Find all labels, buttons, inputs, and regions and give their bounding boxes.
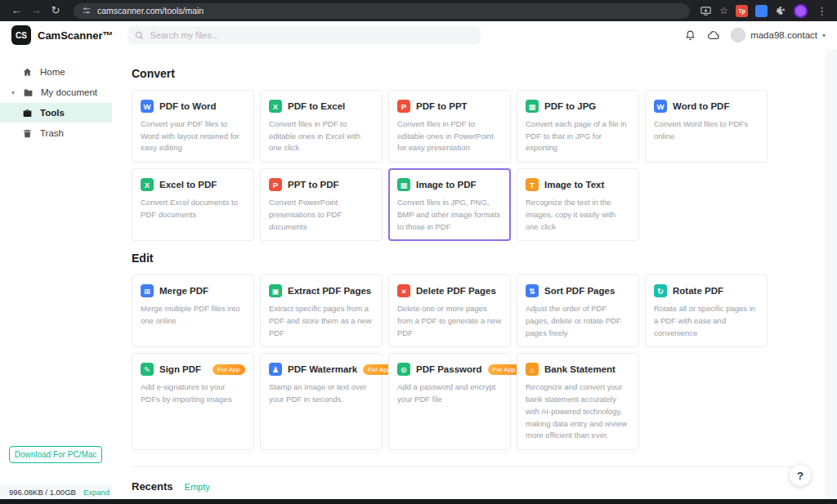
cloud-sync-icon[interactable]: [707, 29, 720, 42]
pdf-password-icon: ⊙: [397, 363, 410, 376]
browser-profile-avatar[interactable]: [794, 4, 808, 18]
app-body: Home ▾ My document Tools Trash: [0, 49, 837, 499]
share-screen-icon[interactable]: [700, 5, 712, 17]
tool-card-ppt-to-pdf[interactable]: PPPT to PDF Convert PowerPoint presentat…: [260, 168, 383, 241]
tool-card-desc: Convert Excel documents to PDF documents: [141, 197, 245, 221]
tools-icon: [22, 108, 33, 118]
pdf-to-ppt-icon: P: [397, 100, 410, 113]
document-icon: [23, 87, 34, 98]
tool-card-desc: Rotate all or specific pages in a PDF wi…: [654, 303, 759, 339]
tool-card-pdf-to-ppt[interactable]: PPDF to PPT Convert files in PDF to edit…: [388, 90, 511, 163]
tool-card-sort-pdf-pages[interactable]: ⇅Sort PDF Pages Adjust the order of PDF …: [517, 274, 639, 347]
extensions-puzzle-icon[interactable]: [775, 5, 786, 16]
tool-card-desc: Recognize and convert your bank statemen…: [526, 381, 630, 442]
tool-card-desc: Stamp an image or text over your PDF in …: [269, 381, 374, 405]
tool-card-title: Extract PDF Pages: [288, 286, 371, 296]
tool-card-title: Word to PDF: [673, 101, 729, 111]
tool-card-delete-pdf-pages[interactable]: ×Delete PDF Pages Delete one or more pag…: [388, 274, 511, 347]
tool-card-desc: Delete one or more pages from a PDF to g…: [397, 303, 502, 339]
tool-card-title: PDF to Word: [159, 101, 216, 111]
storage-usage-text: 996.08KB / 1.00GB: [9, 488, 76, 497]
tool-card-image-to-pdf[interactable]: ▦Image to PDF Convert files in JPG, PNG,…: [388, 168, 511, 241]
tool-card-bank-statement[interactable]: ⌂Bank Statement Recognize and convert yo…: [517, 353, 639, 450]
extension-red-icon[interactable]: Tp: [736, 5, 748, 17]
download-pc-mac-button[interactable]: Download For PC/Mac: [9, 446, 102, 463]
tool-card-desc: Convert files in JPG, PNG, BMP and other…: [397, 197, 502, 233]
empty-link[interactable]: Empty: [185, 482, 210, 492]
chevron-down-icon: ▾: [822, 32, 826, 39]
edit-cards: ⊞Merge PDF Merge multiple PDF files into…: [132, 274, 806, 450]
help-button[interactable]: ?: [790, 465, 811, 486]
tool-card-title: PPT to PDF: [288, 180, 339, 190]
chevron-down-icon[interactable]: ▾: [11, 89, 16, 96]
search-bar[interactable]: [128, 26, 481, 44]
sidebar-item-label: Trash: [40, 128, 64, 138]
tool-card-desc: Merge multiple PDF files into one online: [141, 303, 245, 327]
storage-bar: 996.08KB / 1.00GB Expand: [0, 484, 112, 499]
account-avatar: [731, 28, 745, 42]
sidebar-item-tools[interactable]: Tools: [0, 103, 112, 123]
header-actions: mada98.contact ▾: [684, 28, 826, 42]
address-bar[interactable]: camscanner.com/tools/main: [74, 3, 690, 19]
ppt-to-pdf-icon: P: [269, 178, 282, 191]
pdf-watermark-icon: ♟: [269, 363, 282, 376]
tool-card-desc: Convert files in PDF to editable ones in…: [397, 118, 502, 154]
tool-card-image-to-text[interactable]: TImage to Text Recognize the text in the…: [517, 168, 639, 241]
tool-card-title: PDF Password: [416, 364, 482, 374]
page: ← → ↻ camscanner.com/tools/main ☆ Tp ⋮ C…: [0, 0, 837, 504]
main-content: Convert WPDF to Word Convert your PDF fi…: [112, 49, 826, 499]
recents-header: Recents Empty: [132, 480, 806, 493]
pdf-to-excel-icon: X: [269, 100, 282, 113]
rotate-pdf-icon: ↻: [654, 284, 667, 297]
browser-toolbar: ← → ↻ camscanner.com/tools/main ☆ Tp ⋮: [0, 0, 837, 21]
convert-cards: WPDF to Word Convert your PDF files to W…: [132, 90, 806, 241]
section-title-convert: Convert: [132, 67, 806, 80]
extension-blue-icon[interactable]: [755, 5, 768, 17]
tool-card-pdf-password[interactable]: ⊙PDF PasswordFor App Add a password and …: [388, 353, 511, 450]
sidebar-item-home[interactable]: Home: [0, 62, 112, 82]
home-icon: [22, 67, 33, 78]
tool-card-excel-to-pdf[interactable]: XExcel to PDF Convert Excel documents to…: [132, 168, 254, 241]
tool-card-title: Sign PDF: [159, 364, 201, 374]
browser-menu-icon[interactable]: ⋮: [815, 5, 829, 17]
sidebar: Home ▾ My document Tools Trash: [0, 49, 112, 499]
back-icon[interactable]: ←: [8, 2, 25, 19]
app-header: CS CamScanner™ mada98.contact ▾: [0, 21, 837, 49]
notifications-bell-icon[interactable]: [684, 29, 696, 42]
tool-card-pdf-to-excel[interactable]: XPDF to Excel Convert files in PDF to ed…: [260, 90, 383, 163]
tool-card-sign-pdf[interactable]: ✎Sign PDFFor App Add e-signatures to you…: [132, 353, 254, 450]
forward-icon[interactable]: →: [28, 2, 44, 19]
tool-card-desc: Recognize the text in the images, copy i…: [526, 197, 630, 233]
extract-pdf-pages-icon: ▣: [269, 284, 282, 297]
for-app-badge: For App: [213, 364, 245, 375]
tool-card-pdf-to-word[interactable]: WPDF to Word Convert your PDF files to W…: [132, 90, 254, 163]
tool-card-rotate-pdf[interactable]: ↻Rotate PDF Rotate all or specific pages…: [645, 274, 768, 347]
tool-card-word-to-pdf[interactable]: WWord to PDF Convert Word files to PDFs …: [645, 90, 768, 163]
tool-card-pdf-watermark[interactable]: ♟PDF WatermarkFor App Stamp an image or …: [260, 353, 383, 450]
tool-card-title: PDF to Excel: [288, 101, 345, 111]
sidebar-item-label: Home: [40, 67, 65, 77]
tool-card-pdf-to-jpg[interactable]: ▦PDF to JPG Convert each page of a file …: [517, 90, 639, 163]
sidebar-item-my-document[interactable]: ▾ My document: [0, 83, 112, 102]
pdf-to-jpg-icon: ▦: [526, 100, 539, 113]
account-name: mada98.contact: [750, 30, 817, 40]
tool-card-desc: Convert files in PDF to editable ones in…: [269, 118, 374, 154]
tool-card-title: Sort PDF Pages: [544, 286, 615, 296]
expand-link[interactable]: Expand: [83, 488, 110, 497]
merge-pdf-icon: ⊞: [141, 284, 154, 297]
site-info-icon[interactable]: [82, 6, 92, 16]
tool-card-title: Rotate PDF: [673, 286, 723, 296]
bookmark-star-icon[interactable]: ☆: [719, 5, 728, 16]
image-to-text-icon: T: [526, 178, 539, 191]
search-input[interactable]: [150, 30, 474, 40]
search-icon: [134, 30, 145, 41]
reload-icon[interactable]: ↻: [47, 2, 64, 19]
account-menu[interactable]: mada98.contact ▾: [731, 28, 826, 42]
url-text: camscanner.com/tools/main: [97, 6, 204, 16]
delete-pdf-pages-icon: ×: [397, 284, 410, 297]
tool-card-merge-pdf[interactable]: ⊞Merge PDF Merge multiple PDF files into…: [132, 274, 254, 347]
tool-card-title: Delete PDF Pages: [416, 286, 496, 296]
tool-card-extract-pdf-pages[interactable]: ▣Extract PDF Pages Extract specific page…: [260, 274, 383, 347]
recents-title: Recents: [132, 480, 173, 493]
sidebar-item-trash[interactable]: Trash: [0, 123, 112, 143]
